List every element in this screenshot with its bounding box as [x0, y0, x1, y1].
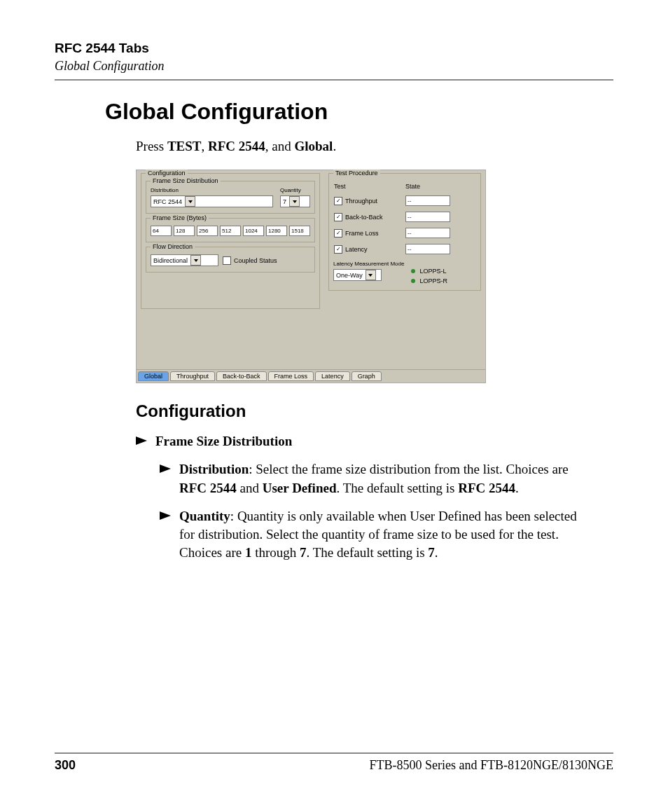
distribution-value: RFC 2544 [153, 198, 182, 205]
frame-size-input[interactable]: 128 [174, 226, 195, 236]
term-distribution: Distribution [179, 462, 249, 476]
keyword-test: TEST [167, 139, 202, 153]
frame-size-input[interactable]: 64 [151, 226, 172, 236]
checkbox-icon: ✓ [334, 245, 342, 254]
frame-size-input[interactable]: 256 [197, 226, 218, 236]
keyword-rfc2544: RFC 2544 [208, 139, 265, 153]
frame-size-input[interactable]: 1518 [289, 226, 310, 236]
throughput-state: -- [405, 195, 450, 206]
tab-graph[interactable]: Graph [352, 371, 382, 381]
latency-checkbox[interactable]: ✓Latency [334, 245, 368, 254]
quantity-select[interactable]: 7 [280, 195, 310, 207]
text: and [237, 481, 263, 495]
test-name: Throughput [345, 198, 377, 205]
latency-mode-select[interactable]: One-Way [333, 269, 382, 281]
group-flow-direction: Flow Direction Bidirectional Coupled Sta… [146, 247, 315, 273]
chevron-down-icon[interactable] [289, 196, 300, 207]
led-icon [411, 269, 415, 273]
chevron-down-icon[interactable] [185, 196, 195, 207]
tab-global[interactable]: Global [138, 371, 169, 381]
frame-loss-checkbox[interactable]: ✓Frame Loss [334, 229, 379, 238]
back-to-back-checkbox[interactable]: ✓Back-to-Back [334, 213, 383, 221]
checkbox-icon: ✓ [334, 229, 342, 238]
table-row: ✓Frame Loss -- [333, 227, 476, 239]
intro-suffix: . [333, 139, 336, 153]
latency-state: -- [405, 244, 450, 254]
table-row: ✓Latency -- [333, 243, 476, 255]
throughput-checkbox[interactable]: ✓Throughput [334, 197, 377, 205]
product-name: FTB-8500 Series and FTB-8120NGE/8130NGE [370, 758, 613, 773]
bullet-text: Distribution: Select the frame size dist… [179, 460, 578, 497]
tab-frame-loss[interactable]: Frame Loss [268, 371, 314, 381]
led-label: LOPPS-R [419, 277, 447, 284]
group-frame-size-distribution: Frame Size Distribution Distribution RFC… [146, 181, 315, 214]
group-frame-size-bytes: Frame Size (Bytes) 64 128 256 512 1024 1… [146, 218, 315, 242]
text: : Select the frame size distribution fro… [249, 462, 568, 476]
running-head-title: RFC 2544 Tabs [55, 41, 613, 56]
quantity-value: 7 [283, 198, 286, 205]
chevron-down-icon[interactable] [366, 270, 376, 280]
frame-loss-state: -- [405, 228, 450, 238]
coupled-status-label: Coupled Status [234, 257, 277, 264]
frame-size-input[interactable]: 512 [220, 226, 241, 236]
label-distribution: Distribution [151, 187, 273, 193]
text: . [515, 481, 519, 495]
sep: , and [265, 139, 295, 153]
arrow-icon [160, 465, 171, 473]
test-name: Latency [345, 246, 368, 253]
breadcrumb: Global Configuration [55, 59, 613, 74]
frame-size-input[interactable]: 1280 [266, 226, 287, 236]
checkbox-icon: ✓ [334, 213, 342, 221]
text: . [435, 545, 438, 560]
arrow-icon [136, 436, 147, 445]
led-row: LOPPS-R [411, 277, 447, 284]
opt-user-defined: User Defined [263, 481, 337, 495]
col-header-state: State [405, 182, 476, 191]
page-number: 300 [55, 758, 76, 773]
app-panel: Configuration Frame Size Distribution Di… [136, 170, 486, 383]
tab-latency[interactable]: Latency [315, 371, 350, 381]
chevron-down-icon[interactable] [190, 255, 201, 266]
group-title-flow: Flow Direction [151, 243, 195, 250]
bullet-frame-size-distribution: Frame Size Distribution [136, 432, 613, 450]
group-configuration: Configuration Frame Size Distribution Di… [141, 173, 320, 309]
sep: , [201, 139, 208, 153]
back-to-back-state: -- [405, 212, 450, 222]
led-row: LOPPS-L [411, 268, 447, 275]
opt-rfc2544: RFC 2544 [179, 481, 237, 495]
text: . The default setting is [307, 545, 429, 560]
checkbox-icon [223, 256, 231, 265]
header-rule [55, 79, 613, 81]
keyword-global: Global [294, 139, 333, 153]
intro-prefix: Press [136, 139, 167, 153]
tab-throughput[interactable]: Throughput [170, 371, 215, 381]
group-test-procedure: Test Procedure Test State ✓Throughput --… [328, 173, 481, 291]
footer-rule [55, 752, 613, 754]
section-title-configuration: Configuration [136, 401, 613, 421]
label-quantity: Quantity [280, 187, 310, 193]
distribution-select[interactable]: RFC 2544 [151, 195, 273, 207]
intro-text: Press TEST, RFC 2544, and Global. [136, 137, 613, 156]
bullet-label: Frame Size Distribution [155, 432, 292, 450]
test-name: Back-to-Back [345, 214, 383, 221]
group-title-fsd: Frame Size Distribution [151, 177, 221, 184]
led-label: LOPPS-L [419, 268, 446, 275]
frame-size-input[interactable]: 1024 [243, 226, 264, 236]
test-name: Frame Loss [345, 230, 379, 237]
text: through [251, 545, 300, 560]
tab-bar: Global Throughput Back-to-Back Frame Los… [137, 369, 485, 383]
checkbox-icon: ✓ [334, 197, 342, 205]
flow-direction-select[interactable]: Bidirectional [151, 254, 218, 266]
test-table: Test State ✓Throughput -- ✓Back-to-Back … [333, 178, 476, 259]
text: . The default setting is [336, 481, 458, 495]
coupled-status-checkbox[interactable]: Coupled Status [223, 256, 277, 265]
led-icon [411, 279, 415, 283]
default-value: RFC 2544 [458, 481, 515, 495]
latency-mode-value: One-Way [336, 272, 363, 279]
bullet-text: Quantity: Quantity is only available whe… [179, 507, 578, 563]
flow-direction-value: Bidirectional [153, 257, 188, 264]
table-row: ✓Throughput -- [333, 195, 476, 207]
tab-back-to-back[interactable]: Back-to-Back [216, 371, 267, 381]
group-title-frame-size: Frame Size (Bytes) [151, 214, 209, 221]
term-quantity: Quantity [179, 509, 230, 523]
